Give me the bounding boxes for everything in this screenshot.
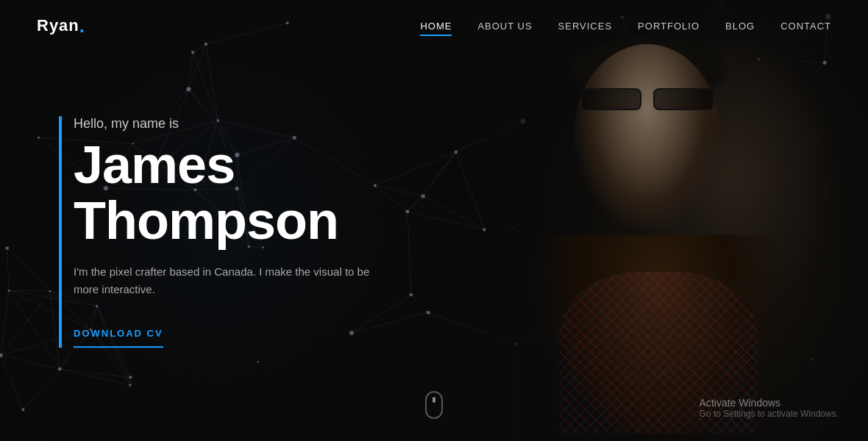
nav-portfolio[interactable]: PORTFOLIO — [638, 21, 700, 32]
download-cv-button[interactable]: DOWNLOAD CV — [74, 320, 163, 348]
logo-text: Ryan — [37, 16, 79, 35]
logo[interactable]: Ryan . — [37, 16, 85, 35]
watermark: Activate Windows Go to Settings to activ… — [700, 397, 839, 419]
nav-about[interactable]: ABOUT US — [477, 21, 532, 32]
nav-services[interactable]: SERVICES — [558, 21, 613, 32]
portrait-section — [485, 0, 868, 441]
header: Ryan . HOME ABOUT US SERVICES PORTFOLIO … — [0, 0, 868, 51]
scroll-mouse — [425, 391, 443, 419]
nav-home[interactable]: HOME — [420, 21, 452, 32]
hero-greeting: Hello, my name is — [74, 116, 397, 132]
logo-dot: . — [79, 16, 85, 35]
hero-first-name: James — [74, 135, 235, 194]
hero-description: I'm the pixel crafter based in Canada. I… — [74, 263, 397, 298]
watermark-subtitle: Go to Settings to activate Windows. — [700, 409, 839, 419]
main-nav: HOME ABOUT US SERVICES PORTFOLIO BLOG CO… — [420, 21, 831, 32]
scroll-dot — [433, 397, 435, 403]
nav-blog[interactable]: BLOG — [725, 21, 755, 32]
hero-name: James Thompson — [74, 137, 397, 248]
glasses-detail — [581, 88, 714, 110]
hero-section: Hello, my name is James Thompson I'm the… — [74, 116, 397, 348]
watermark-title: Activate Windows — [700, 397, 839, 409]
nav-contact[interactable]: CONTACT — [780, 21, 831, 32]
hero-last-name: Thompson — [74, 191, 338, 250]
face-highlight — [574, 44, 721, 228]
accent-border — [59, 116, 62, 348]
scroll-indicator — [425, 391, 443, 419]
